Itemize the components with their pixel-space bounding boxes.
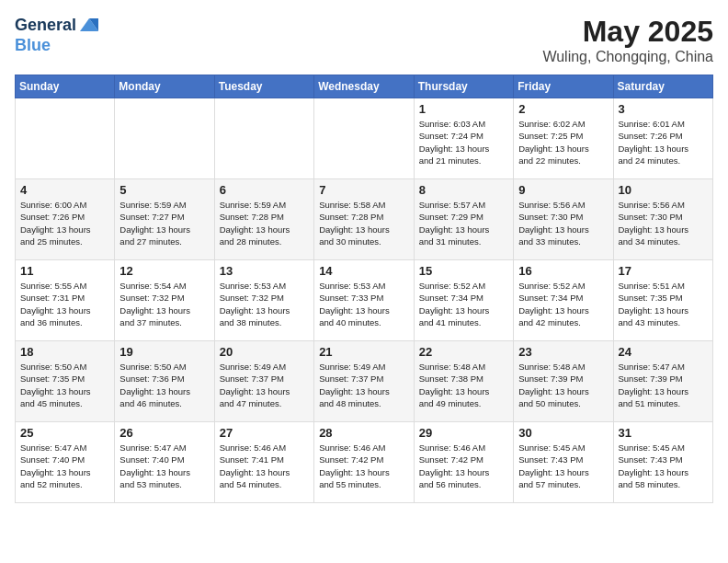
day-info: Sunrise: 5:47 AM Sunset: 7:39 PM Dayligh… bbox=[619, 361, 709, 409]
calendar-cell: 25Sunrise: 5:47 AM Sunset: 7:40 PM Dayli… bbox=[16, 422, 115, 503]
day-info: Sunrise: 5:46 AM Sunset: 7:41 PM Dayligh… bbox=[220, 442, 309, 490]
calendar-cell bbox=[214, 98, 313, 179]
calendar-cell: 23Sunrise: 5:48 AM Sunset: 7:39 PM Dayli… bbox=[514, 341, 613, 422]
day-info: Sunrise: 5:45 AM Sunset: 7:43 PM Dayligh… bbox=[518, 442, 608, 490]
calendar-header-thursday: Thursday bbox=[414, 75, 513, 98]
calendar-cell: 7Sunrise: 5:58 AM Sunset: 7:28 PM Daylig… bbox=[314, 179, 415, 260]
calendar-week-row: 25Sunrise: 5:47 AM Sunset: 7:40 PM Dayli… bbox=[16, 422, 713, 503]
day-number: 31 bbox=[619, 426, 709, 440]
day-number: 9 bbox=[518, 183, 608, 197]
day-info: Sunrise: 5:46 AM Sunset: 7:42 PM Dayligh… bbox=[319, 442, 409, 490]
day-number: 28 bbox=[319, 426, 409, 440]
day-info: Sunrise: 5:56 AM Sunset: 7:30 PM Dayligh… bbox=[619, 199, 709, 247]
calendar-cell: 17Sunrise: 5:51 AM Sunset: 7:35 PM Dayli… bbox=[613, 260, 713, 341]
month-title: May 2025 bbox=[542, 15, 713, 49]
title-section: May 2025 Wuling, Chongqing, China bbox=[542, 15, 713, 65]
logo: General Blue bbox=[15, 15, 100, 55]
day-info: Sunrise: 5:59 AM Sunset: 7:27 PM Dayligh… bbox=[119, 199, 209, 247]
day-info: Sunrise: 5:47 AM Sunset: 7:40 PM Dayligh… bbox=[20, 442, 109, 490]
calendar-cell: 15Sunrise: 5:52 AM Sunset: 7:34 PM Dayli… bbox=[414, 260, 513, 341]
calendar-header-monday: Monday bbox=[115, 75, 214, 98]
day-info: Sunrise: 5:58 AM Sunset: 7:28 PM Dayligh… bbox=[319, 199, 409, 247]
calendar-header-row: SundayMondayTuesdayWednesdayThursdayFrid… bbox=[16, 75, 713, 98]
day-number: 19 bbox=[119, 345, 209, 359]
day-number: 24 bbox=[619, 345, 709, 359]
day-info: Sunrise: 5:50 AM Sunset: 7:35 PM Dayligh… bbox=[20, 361, 109, 409]
day-info: Sunrise: 5:59 AM Sunset: 7:28 PM Dayligh… bbox=[220, 199, 309, 247]
day-number: 7 bbox=[319, 183, 409, 197]
calendar-week-row: 11Sunrise: 5:55 AM Sunset: 7:31 PM Dayli… bbox=[16, 260, 713, 341]
day-info: Sunrise: 5:47 AM Sunset: 7:40 PM Dayligh… bbox=[119, 442, 209, 490]
calendar-cell: 12Sunrise: 5:54 AM Sunset: 7:32 PM Dayli… bbox=[115, 260, 214, 341]
calendar-cell: 19Sunrise: 5:50 AM Sunset: 7:36 PM Dayli… bbox=[115, 341, 214, 422]
day-number: 20 bbox=[220, 345, 309, 359]
calendar-cell: 16Sunrise: 5:52 AM Sunset: 7:34 PM Dayli… bbox=[514, 260, 613, 341]
calendar-header-friday: Friday bbox=[514, 75, 613, 98]
calendar-cell: 6Sunrise: 5:59 AM Sunset: 7:28 PM Daylig… bbox=[214, 179, 313, 260]
day-info: Sunrise: 5:45 AM Sunset: 7:43 PM Dayligh… bbox=[619, 442, 709, 490]
day-number: 11 bbox=[20, 264, 109, 278]
day-number: 3 bbox=[619, 102, 709, 116]
calendar-cell: 27Sunrise: 5:46 AM Sunset: 7:41 PM Dayli… bbox=[214, 422, 313, 503]
day-info: Sunrise: 5:53 AM Sunset: 7:33 PM Dayligh… bbox=[319, 280, 409, 328]
calendar-cell: 21Sunrise: 5:49 AM Sunset: 7:37 PM Dayli… bbox=[314, 341, 415, 422]
calendar-week-row: 4Sunrise: 6:00 AM Sunset: 7:26 PM Daylig… bbox=[16, 179, 713, 260]
day-info: Sunrise: 5:57 AM Sunset: 7:29 PM Dayligh… bbox=[419, 199, 508, 247]
day-info: Sunrise: 5:54 AM Sunset: 7:32 PM Dayligh… bbox=[119, 280, 209, 328]
day-number: 13 bbox=[220, 264, 309, 278]
calendar-cell bbox=[115, 98, 214, 179]
day-number: 15 bbox=[419, 264, 508, 278]
day-number: 4 bbox=[20, 183, 109, 197]
calendar-cell: 10Sunrise: 5:56 AM Sunset: 7:30 PM Dayli… bbox=[613, 179, 713, 260]
calendar-header-saturday: Saturday bbox=[613, 75, 713, 98]
day-number: 12 bbox=[119, 264, 209, 278]
day-info: Sunrise: 5:51 AM Sunset: 7:35 PM Dayligh… bbox=[619, 280, 709, 328]
calendar-table: SundayMondayTuesdayWednesdayThursdayFrid… bbox=[15, 75, 713, 503]
calendar-cell: 13Sunrise: 5:53 AM Sunset: 7:32 PM Dayli… bbox=[214, 260, 313, 341]
day-number: 25 bbox=[20, 426, 109, 440]
day-info: Sunrise: 6:03 AM Sunset: 7:24 PM Dayligh… bbox=[419, 118, 508, 167]
day-number: 6 bbox=[220, 183, 309, 197]
calendar-cell: 24Sunrise: 5:47 AM Sunset: 7:39 PM Dayli… bbox=[613, 341, 713, 422]
calendar-cell: 9Sunrise: 5:56 AM Sunset: 7:30 PM Daylig… bbox=[514, 179, 613, 260]
day-info: Sunrise: 5:52 AM Sunset: 7:34 PM Dayligh… bbox=[518, 280, 608, 328]
calendar-cell: 8Sunrise: 5:57 AM Sunset: 7:29 PM Daylig… bbox=[414, 179, 513, 260]
day-info: Sunrise: 5:56 AM Sunset: 7:30 PM Dayligh… bbox=[518, 199, 608, 247]
day-info: Sunrise: 5:49 AM Sunset: 7:37 PM Dayligh… bbox=[319, 361, 409, 409]
day-info: Sunrise: 5:48 AM Sunset: 7:39 PM Dayligh… bbox=[518, 361, 608, 409]
day-number: 22 bbox=[419, 345, 508, 359]
day-number: 23 bbox=[518, 345, 608, 359]
day-info: Sunrise: 6:01 AM Sunset: 7:26 PM Dayligh… bbox=[619, 118, 709, 167]
day-number: 14 bbox=[319, 264, 409, 278]
calendar-cell: 18Sunrise: 5:50 AM Sunset: 7:35 PM Dayli… bbox=[16, 341, 115, 422]
logo-text: General Blue bbox=[15, 15, 100, 55]
calendar-header-sunday: Sunday bbox=[16, 75, 115, 98]
calendar-cell: 30Sunrise: 5:45 AM Sunset: 7:43 PM Dayli… bbox=[514, 422, 613, 503]
calendar-cell: 28Sunrise: 5:46 AM Sunset: 7:42 PM Dayli… bbox=[314, 422, 415, 503]
day-number: 10 bbox=[619, 183, 709, 197]
calendar-cell: 14Sunrise: 5:53 AM Sunset: 7:33 PM Dayli… bbox=[314, 260, 415, 341]
calendar-cell: 29Sunrise: 5:46 AM Sunset: 7:42 PM Dayli… bbox=[414, 422, 513, 503]
page-header: General Blue May 2025 Wuling, Chongqing,… bbox=[15, 15, 713, 65]
calendar-header-tuesday: Tuesday bbox=[214, 75, 313, 98]
day-info: Sunrise: 5:55 AM Sunset: 7:31 PM Dayligh… bbox=[20, 280, 109, 328]
day-info: Sunrise: 5:50 AM Sunset: 7:36 PM Dayligh… bbox=[119, 361, 209, 409]
calendar-cell: 20Sunrise: 5:49 AM Sunset: 7:37 PM Dayli… bbox=[214, 341, 313, 422]
calendar-cell: 2Sunrise: 6:02 AM Sunset: 7:25 PM Daylig… bbox=[514, 98, 613, 179]
day-number: 2 bbox=[518, 102, 608, 116]
day-number: 5 bbox=[119, 183, 209, 197]
day-info: Sunrise: 5:46 AM Sunset: 7:42 PM Dayligh… bbox=[419, 442, 508, 490]
day-info: Sunrise: 6:02 AM Sunset: 7:25 PM Dayligh… bbox=[518, 118, 608, 167]
day-info: Sunrise: 5:49 AM Sunset: 7:37 PM Dayligh… bbox=[220, 361, 309, 409]
day-number: 29 bbox=[419, 426, 508, 440]
day-number: 18 bbox=[20, 345, 109, 359]
calendar-cell bbox=[16, 98, 115, 179]
day-info: Sunrise: 6:00 AM Sunset: 7:26 PM Dayligh… bbox=[20, 199, 109, 247]
day-number: 21 bbox=[319, 345, 409, 359]
calendar-cell: 26Sunrise: 5:47 AM Sunset: 7:40 PM Dayli… bbox=[115, 422, 214, 503]
calendar-cell: 31Sunrise: 5:45 AM Sunset: 7:43 PM Dayli… bbox=[613, 422, 713, 503]
day-number: 8 bbox=[419, 183, 508, 197]
calendar-cell: 4Sunrise: 6:00 AM Sunset: 7:26 PM Daylig… bbox=[16, 179, 115, 260]
calendar-cell: 11Sunrise: 5:55 AM Sunset: 7:31 PM Dayli… bbox=[16, 260, 115, 341]
day-number: 16 bbox=[518, 264, 608, 278]
